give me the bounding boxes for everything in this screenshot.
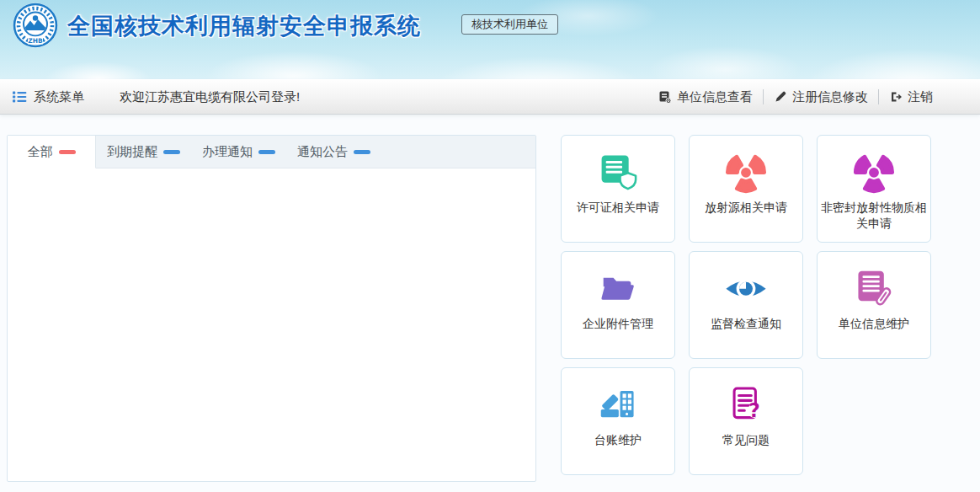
function-cards: 许可证相关申请 放射源相关申请 非密 [561,135,931,475]
faq-doc-icon: ? [723,382,769,427]
svg-text:ZHB: ZHB [28,37,43,45]
tab-expiry-label: 到期提醒 [107,144,157,160]
card-label: 许可证相关申请 [573,200,663,216]
app-header: ZHB 全国核技术利用辐射安全申报系统 核技术利用单位 [0,0,980,79]
welcome-text: 欢迎江苏惠宜电缆有限公司登录! [120,89,300,105]
unit-info-icon [658,90,672,104]
card-label: 企业附件管理 [579,316,657,332]
register-info-edit-label: 注册信息修改 [792,89,868,105]
card-radiation-source-application[interactable]: 放射源相关申请 [689,135,803,243]
divider [878,89,879,104]
card-label: 台账维护 [591,432,645,448]
menu-list-icon [12,90,27,104]
tab-announcement-label: 通知公告 [297,144,348,160]
system-menu-label: 系统菜单 [34,89,84,105]
card-label: 常见问题 [719,432,773,448]
app-title: 全国核技术利用辐射安全申报系统 [67,11,421,41]
tab-processing-label: 办理通知 [202,144,253,160]
tab-dash [59,150,76,154]
tab-expiry-reminder[interactable]: 到期提醒 [96,136,191,168]
card-unit-info-maintenance[interactable]: 单位信息维护 [817,251,931,359]
logout-icon [889,90,903,104]
logout-label: 注销 [908,89,933,105]
tab-processing-notice[interactable]: 办理通知 [191,136,286,168]
license-shield-icon [595,149,641,195]
user-type-badge: 核技术利用单位 [461,14,558,35]
tab-dash [163,150,180,154]
radiation-icon [851,149,897,195]
radiation-icon [723,149,769,195]
divider [763,89,764,104]
tab-dash [258,150,275,154]
logout-link[interactable]: 注销 [889,89,933,105]
unit-info-view-link[interactable]: 单位信息查看 [658,89,753,105]
card-label: 单位信息维护 [835,316,913,332]
card-supervision-inspection-notice[interactable]: 监督检查通知 [689,251,803,359]
card-enterprise-attachments[interactable]: 企业附件管理 [561,251,675,359]
svg-text:?: ? [749,399,760,421]
app-logo-icon: ZHB [12,2,59,49]
eye-icon [723,265,769,311]
notice-tabbar: 全部 到期提醒 办理通知 通知公告 [8,136,535,168]
tab-dash [354,150,370,154]
menubar: 系统菜单 欢迎江苏惠宜电缆有限公司登录! 单位信息查看 注册信息修改 [0,79,980,115]
menubar-actions: 单位信息查看 注册信息修改 注销 [658,89,968,105]
notice-list-empty [8,168,535,483]
pencil-icon [774,90,787,104]
tab-all-label: 全部 [28,144,53,160]
ledger-building-icon [595,382,641,427]
card-license-application[interactable]: 许可证相关申请 [561,135,675,243]
open-folder-icon [595,265,641,311]
doc-paperclip-icon [851,265,897,311]
card-label: 非密封放射性物质相关申请 [818,200,930,232]
register-info-edit-link[interactable]: 注册信息修改 [774,89,868,105]
page: ZHB 全国核技术利用辐射安全申报系统 核技术利用单位 系统菜单 欢迎江苏惠宜电… [0,0,980,492]
card-label: 放射源相关申请 [701,200,791,216]
card-unsealed-material-application[interactable]: 非密封放射性物质相关申请 [817,135,931,243]
card-ledger-maintenance[interactable]: 台账维护 [561,367,675,475]
tab-announcement[interactable]: 通知公告 [286,136,381,168]
card-label: 监督检查通知 [707,316,785,332]
tab-all[interactable]: 全部 [8,136,96,168]
unit-info-view-label: 单位信息查看 [677,89,753,105]
card-faq[interactable]: ? 常见问题 [689,367,803,475]
system-menu-button[interactable]: 系统菜单 [12,89,84,105]
notice-panel: 全部 到期提醒 办理通知 通知公告 [7,135,536,482]
